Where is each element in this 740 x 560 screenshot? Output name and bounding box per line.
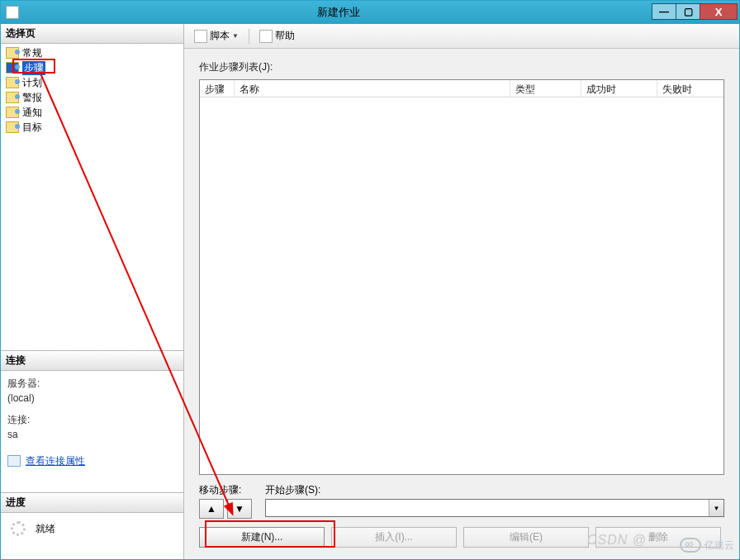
watermark-csdn: CSDN @ [587, 533, 647, 548]
nav-label: 目标 [22, 121, 42, 135]
help-label: 帮助 [275, 29, 295, 43]
col-fail[interactable]: 失败时 [657, 80, 723, 97]
watermark-yisu: 亿速云 [680, 538, 734, 553]
nav-item-general[interactable]: 常规 [1, 45, 183, 60]
page-icon [6, 121, 19, 133]
list-header: 步骤 名称 类型 成功时 失败时 [200, 80, 723, 97]
chevron-down-icon[interactable]: ▼ [709, 500, 723, 516]
nav-label: 警报 [22, 91, 42, 105]
nav-item-targets[interactable]: 目标 [1, 120, 183, 135]
watermark-text: 亿速云 [704, 539, 734, 553]
page-icon [6, 62, 19, 74]
script-button[interactable]: 脚本 ▼ [191, 27, 242, 45]
page-icon [6, 77, 19, 88]
nav-label: 常规 [22, 46, 42, 60]
progress-status: 就绪 [36, 522, 55, 536]
col-type[interactable]: 类型 [510, 80, 581, 97]
nav-label: 通知 [22, 106, 42, 120]
move-step-label: 移动步骤: [199, 483, 252, 497]
start-step-combo[interactable]: ▼ [265, 499, 724, 517]
insert-button[interactable]: 插入(I)... [331, 527, 457, 548]
nav-item-alerts[interactable]: 警报 [1, 90, 183, 105]
nav-label: 计划 [22, 76, 42, 90]
spinner-icon [11, 521, 26, 536]
toolbar-separator [249, 29, 249, 44]
start-step-label: 开始步骤(S): [265, 483, 724, 497]
new-button[interactable]: 新建(N)... [199, 527, 325, 548]
nav-item-schedules[interactable]: 计划 [1, 75, 183, 90]
nav-label: 步骤 [22, 61, 45, 75]
server-label: 服务器: [7, 376, 177, 391]
maximize-button[interactable]: ▢ [676, 3, 700, 20]
connection-value: sa [7, 427, 177, 442]
nav-list: 常规 步骤 计划 警报 通知 目标 [1, 44, 183, 136]
col-success[interactable]: 成功时 [581, 80, 657, 97]
page-icon [6, 92, 19, 103]
script-icon [194, 30, 207, 43]
server-value: (local) [7, 391, 177, 406]
app-icon [6, 6, 19, 19]
nav-item-steps[interactable]: 步骤 [1, 60, 183, 75]
col-name[interactable]: 名称 [235, 80, 510, 97]
arrow-down-icon: ▼ [235, 503, 244, 515]
arrow-up-icon: ▲ [206, 503, 216, 515]
properties-icon [7, 455, 21, 467]
toolbar: 脚本 ▼ 帮助 [184, 24, 739, 49]
link-text: 查看连接属性 [26, 453, 85, 468]
minimize-button[interactable]: — [652, 3, 676, 20]
page-icon [6, 107, 19, 118]
step-list[interactable]: 步骤 名称 类型 成功时 失败时 [199, 79, 724, 475]
titlebar: 新建作业 — ▢ X [1, 1, 739, 24]
view-connection-properties-link[interactable]: 查看连接属性 [7, 453, 85, 468]
connection-header: 连接 [1, 351, 183, 371]
script-label: 脚本 [210, 29, 230, 43]
left-pane: 选择页 常规 步骤 计划 警报 通知 目标 连接 服务器: (local) 连接… [1, 24, 184, 559]
progress-header: 进度 [1, 493, 183, 513]
chevron-down-icon: ▼ [232, 32, 239, 40]
edit-button[interactable]: 编辑(E) [463, 527, 589, 548]
move-up-button[interactable]: ▲ [199, 499, 224, 519]
col-step[interactable]: 步骤 [200, 80, 235, 97]
select-page-header: 选择页 [1, 24, 183, 44]
connection-label: 连接: [7, 412, 177, 427]
window-title: 新建作业 [24, 5, 652, 20]
step-list-label: 作业步骤列表(J): [199, 60, 724, 74]
help-icon [259, 30, 273, 43]
move-down-button[interactable]: ▼ [227, 499, 252, 519]
cloud-icon [680, 538, 701, 553]
nav-item-notifications[interactable]: 通知 [1, 105, 183, 120]
close-button[interactable]: X [700, 3, 738, 20]
help-button[interactable]: 帮助 [256, 27, 298, 45]
page-icon [6, 47, 19, 59]
right-pane: 脚本 ▼ 帮助 作业步骤列表(J): 步骤 名称 类型 成功时 [184, 24, 739, 559]
